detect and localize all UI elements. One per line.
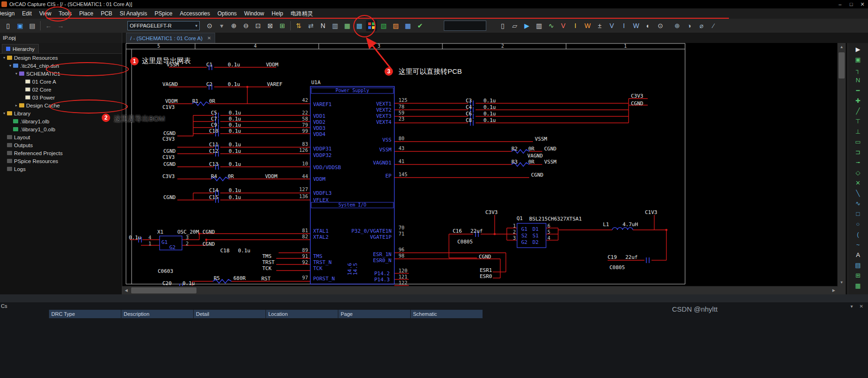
tree-layout[interactable]: Layout — [0, 133, 122, 141]
tree-design-resources[interactable]: ▾Design Resources — [0, 54, 122, 62]
part-manager-icon[interactable]: ▩ — [354, 20, 365, 31]
tree-design-cache[interactable]: ▸Design Cache — [0, 101, 122, 109]
place-port-icon[interactable]: ⊐ — [853, 147, 863, 157]
place-hierarchical-block-icon[interactable]: ▭ — [853, 136, 863, 147]
netlist-icon[interactable]: N — [317, 20, 329, 31]
tree-twisty-icon[interactable]: ▾ — [14, 71, 19, 76]
menu-accessories[interactable]: Accessories — [176, 8, 214, 19]
place-polyline-icon[interactable]: ∿ — [853, 198, 863, 208]
bias-voltage-icon[interactable]: V — [606, 20, 617, 31]
drc-tab-label[interactable]: Cs — [0, 303, 7, 309]
zoom-all-icon[interactable]: ⊠ — [265, 20, 276, 31]
schematic-canvas[interactable]: 54321Power SupplySystem I/OVSSMC10.1uVDD… — [122, 43, 846, 294]
tree-outputs[interactable]: Outputs — [0, 141, 122, 149]
update-parts-icon[interactable]: ▧ — [378, 20, 389, 31]
drc-column-description[interactable]: Description — [121, 310, 194, 318]
place-off-page-connector-icon[interactable]: ◇ — [853, 167, 863, 178]
current-marker-icon[interactable]: I — [570, 20, 581, 31]
horizontal-scroll-thumb[interactable] — [131, 287, 196, 293]
tab-hierarchy[interactable]: Hierarchy — [2, 44, 39, 53]
power-marker-icon[interactable]: W — [582, 20, 593, 31]
tree-twisty-icon[interactable]: ▸ — [14, 103, 19, 107]
place-net-alias-icon[interactable]: N — [853, 75, 863, 85]
drc-column-drc-type[interactable]: DRC Type — [49, 310, 121, 318]
zoom-region-icon[interactable]: ⊡ — [252, 20, 264, 31]
place-part-icon[interactable]: ▣ — [853, 54, 863, 64]
menu-edit[interactable]: Edit — [18, 8, 35, 19]
offpage-symbol-combo[interactable]: OFFPAGELEFT-R▾ — [127, 21, 200, 30]
drc-column-page[interactable]: Page — [338, 310, 411, 318]
tree-page-02[interactable]: 02 Core — [0, 86, 122, 93]
tree-pspice-resources[interactable]: PSpice Resources — [0, 157, 122, 165]
tree-twisty-icon[interactable]: ▾ — [2, 111, 7, 115]
design-sync-icon[interactable]: ✔ — [414, 20, 426, 31]
cross-reference-icon[interactable]: ▥ — [329, 20, 341, 31]
vertical-scroll-thumb[interactable] — [839, 52, 845, 78]
edit-simulation-profile-icon[interactable]: ▱ — [509, 20, 520, 31]
drc-collapse-icon[interactable]: ▾ — [851, 304, 853, 309]
search-icon[interactable]: ⊙ — [204, 20, 215, 31]
color-swap-icon[interactable]: ◑ — [684, 20, 695, 31]
tree-page-03[interactable]: 03 Power — [0, 93, 122, 101]
menu-window[interactable]: Window — [240, 8, 268, 19]
scroll-up-icon[interactable]: ▲ — [838, 43, 846, 51]
new-document-icon[interactable]: ▯ — [2, 20, 14, 31]
tree-twisty-icon[interactable]: ▾ — [2, 56, 7, 60]
tab-schematic1-01-core-a[interactable]: / - (SCHEMATIC1 : 01 Core A) ✕ — [126, 33, 215, 43]
place-ellipse-icon[interactable]: ○ — [853, 219, 863, 229]
place-ground-icon[interactable]: ⊥ — [853, 126, 863, 136]
place-arc-icon[interactable]: ( — [853, 229, 863, 239]
place-text-icon[interactable]: A — [853, 250, 863, 260]
menu-circuit-wizard[interactable]: 电路精灵 — [287, 8, 317, 19]
tree-lib1[interactable]: .\library1.olb — [0, 117, 122, 125]
bom-icon[interactable]: ▦ — [342, 20, 353, 31]
place-rectangle-icon[interactable]: □ — [853, 208, 863, 219]
tree-library[interactable]: ▾Library — [0, 109, 122, 117]
print-icon[interactable]: ▤ — [27, 20, 38, 31]
tree-dsn[interactable]: ▾.\tc264_chip.dsn — [0, 62, 122, 70]
minimize-button[interactable]: – — [834, 1, 846, 7]
new-simulation-profile-icon[interactable]: ▯ — [497, 20, 508, 31]
menu-place[interactable]: Place — [76, 8, 97, 19]
voltage-marker-icon[interactable]: V — [558, 20, 569, 31]
undo-icon[interactable]: ← — [43, 20, 54, 31]
place-bus-icon[interactable]: ━ — [853, 85, 863, 95]
simulation-settings-icon[interactable]: ⊙ — [655, 20, 666, 31]
probe-plot-icon[interactable]: ∿ — [546, 20, 557, 31]
menu-view[interactable]: View — [35, 8, 55, 19]
snap-to-grid-icon[interactable]: ⊞ — [277, 20, 288, 31]
tree-twisty-icon[interactable]: ▾ — [8, 64, 13, 68]
filter-input[interactable] — [444, 21, 486, 31]
tree-lib2[interactable]: .\library1_0.olb — [0, 125, 122, 133]
menu-tools[interactable]: Tools — [55, 8, 76, 19]
menu-options[interactable]: Options — [214, 8, 240, 19]
place-bus-entry-icon[interactable]: ╱ — [853, 106, 863, 116]
differential-marker-icon[interactable]: ± — [594, 20, 605, 31]
scroll-down-icon[interactable]: ▼ — [838, 278, 846, 286]
place-junction-icon[interactable]: ✚ — [853, 95, 863, 106]
horizontal-scrollbar[interactable]: ◀ ▶ — [122, 286, 838, 294]
place-line-icon[interactable]: ╲ — [853, 188, 863, 198]
select-arrow-icon[interactable]: ▶ — [853, 44, 863, 54]
annotate-icon[interactable]: ⇅ — [293, 20, 304, 31]
close-button[interactable]: ✕ — [857, 1, 868, 7]
place-power-icon[interactable]: ⊤ — [853, 116, 863, 126]
zoom-in-icon[interactable]: ⊕ — [228, 20, 239, 31]
area-select-icon[interactable]: ▦ — [853, 280, 863, 291]
drc-column-detail[interactable]: Detail — [194, 310, 266, 318]
redo-icon[interactable]: → — [55, 20, 66, 31]
ink-dropper-icon[interactable]: ⌀ — [696, 20, 707, 31]
save-icon[interactable]: ▣ — [14, 20, 26, 31]
place-pin-icon[interactable]: ╼ — [853, 157, 863, 167]
drc-column-location[interactable]: Location — [266, 310, 338, 318]
snap-grid-toggle-icon[interactable]: ⊞ — [853, 270, 863, 280]
toggle-color-icon[interactable]: ◐ — [643, 20, 654, 31]
drc-column-schematic[interactable]: Schematic — [411, 310, 483, 318]
tree-referenced-projects[interactable]: Referenced Projects — [0, 149, 122, 157]
scroll-left-icon[interactable]: ◀ — [122, 286, 130, 294]
menu-pcb[interactable]: PCB — [97, 8, 116, 19]
menu-design[interactable]: Design — [0, 8, 18, 19]
scroll-right-icon[interactable]: ▶ — [830, 286, 838, 294]
menu-help[interactable]: Help — [268, 8, 287, 19]
annotate-pen-icon[interactable]: ∕ — [708, 20, 719, 31]
